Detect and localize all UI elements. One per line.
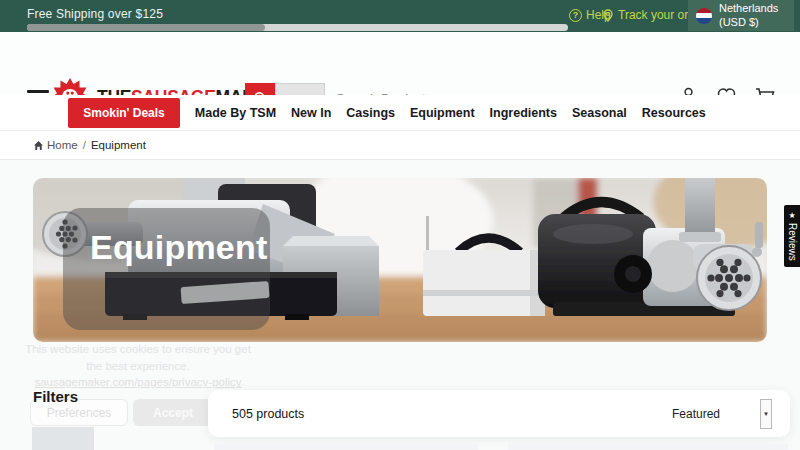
announcement-scrollbar-thumb[interactable] [27, 24, 265, 31]
products-toolbar: 505 products Featured ▼ [208, 390, 790, 437]
breadcrumb-separator: / [83, 139, 86, 151]
location-pin-icon [602, 9, 614, 22]
free-shipping-text: Free Shipping over $125 [27, 7, 163, 21]
reviews-tab-label: Reviews [787, 223, 798, 261]
privacy-policy-link[interactable]: sausagemaker.com/pages/privacy-policy [34, 376, 241, 388]
home-icon [33, 140, 44, 151]
breadcrumb-home-label: Home [47, 139, 78, 151]
filter-skeleton [32, 427, 94, 450]
page-root: Free Shipping over $125 ? Help Track you… [0, 0, 800, 450]
nav-resources[interactable]: Resources [642, 106, 706, 120]
nav-new-in[interactable]: New In [291, 106, 331, 120]
breadcrumb-current: Equipment [91, 139, 146, 151]
sort-value: Featured [672, 407, 720, 421]
star-icon: ★ [788, 211, 797, 220]
product-grid-skeleton [508, 444, 788, 450]
page-title: Equipment [90, 228, 267, 267]
product-count: 505 products [232, 407, 304, 421]
nav-smokin-deals[interactable]: Smokin' Deals [68, 98, 180, 128]
main-nav: Smokin' Deals Made By TSM New In Casings… [0, 95, 800, 131]
filters-heading: Filters [33, 388, 78, 405]
nav-casings[interactable]: Casings [346, 106, 395, 120]
nav-seasonal[interactable]: Seasonal [572, 106, 627, 120]
reviews-tab[interactable]: ★ Reviews [784, 205, 800, 267]
help-icon: ? [569, 9, 582, 22]
nav-made-by-tsm[interactable]: Made By TSM [195, 106, 276, 120]
breadcrumb: Home / Equipment [0, 131, 800, 160]
sort-caret-icon[interactable]: ▼ [760, 399, 772, 429]
currency-selector[interactable]: Netherlands (USD $) [688, 0, 794, 31]
breadcrumb-home-link[interactable]: Home [33, 139, 78, 151]
nav-ingredients[interactable]: Ingredients [490, 106, 557, 120]
product-grid-skeleton [214, 444, 478, 450]
header: THESAUSAGEMAKER ▼ [0, 32, 800, 95]
cookie-message-line2: the best experience. [86, 360, 190, 372]
hero-banner: Equipment [33, 178, 767, 342]
cookie-notice: This website uses cookies to ensure you … [18, 341, 258, 391]
locale-currency: (USD $) [719, 16, 759, 28]
locale-country: Netherlands [719, 2, 778, 14]
announcement-scrollbar[interactable] [27, 24, 568, 31]
cookie-accept-button[interactable]: Accept [133, 399, 213, 426]
announcement-bar: Free Shipping over $125 ? Help Track you… [0, 0, 800, 32]
nav-equipment[interactable]: Equipment [410, 106, 475, 120]
hero-title-overlay [63, 208, 270, 330]
netherlands-flag-icon [696, 8, 712, 24]
cookie-message-line1: This website uses cookies to ensure you … [25, 343, 251, 355]
sort-select[interactable]: Featured ▼ [672, 399, 772, 429]
